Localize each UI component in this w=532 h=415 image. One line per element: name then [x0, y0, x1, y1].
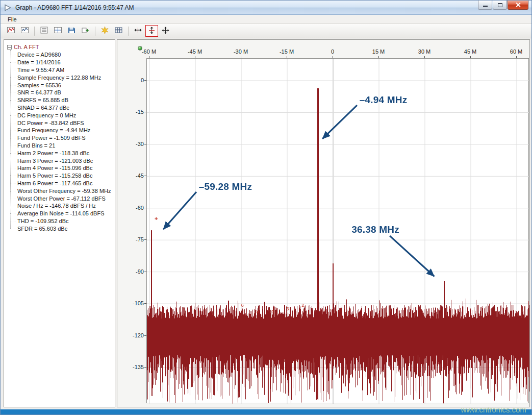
x-axis-label: -45 M	[184, 48, 206, 55]
tree-item[interactable]: DC Frequency = 0 MHz	[10, 111, 113, 119]
y-axis-label: -15	[121, 109, 144, 115]
fft-chart-area[interactable]	[146, 58, 529, 403]
save-icon	[67, 26, 76, 36]
chart-gray-icon	[20, 26, 29, 36]
y-axis-label: -75	[121, 236, 144, 243]
minimize-icon	[483, 6, 488, 7]
tree-item[interactable]: Worst Other Power = -67.112 dBFS	[10, 194, 113, 202]
tree-item-label: SNR = 64.377 dB	[17, 89, 61, 95]
fft-spectrum-canvas[interactable]	[147, 59, 529, 404]
tree-item[interactable]: Fund Bins = 21	[10, 142, 113, 150]
tree-item[interactable]: Device = AD9680	[10, 51, 113, 59]
tree-item[interactable]: SINAD = 64.377 dBc	[10, 104, 113, 112]
tree-item[interactable]: Average Bin Noise = -114.05 dBFS	[10, 210, 113, 217]
title-bar[interactable]: Graph - AD9680 FFT 1/14/2016 9:55:47 AM	[1, 1, 531, 15]
time-graph-button[interactable]	[18, 25, 31, 37]
y-axis-label: -120	[121, 332, 144, 339]
chart-red-icon	[7, 26, 15, 36]
pan-y-button[interactable]	[145, 25, 158, 37]
tree-item[interactable]: Fund Frequency = -4.94 MHz	[10, 127, 113, 134]
toolbar	[1, 24, 531, 38]
tree-item[interactable]: SNRFS = 65.885 dB	[10, 96, 113, 104]
tree-item[interactable]: Time = 9:55:47 AM	[10, 66, 113, 74]
minimize-button[interactable]	[478, 1, 492, 10]
app-icon	[4, 4, 12, 12]
content-area: Ch. A FFT Device = AD9680Date = 1/14/201…	[1, 38, 531, 408]
tree-item[interactable]: Harm 2 Power = -118.38 dBc	[10, 149, 113, 157]
tree-item-label: Sample Frequency = 122.88 MHz	[17, 75, 101, 81]
tree-item-label: Fund Bins = 21	[17, 142, 55, 149]
y-axis-label: -135	[121, 364, 144, 371]
fft-results-tree: Ch. A FFT Device = AD9680Date = 1/14/201…	[4, 39, 115, 407]
x-axis-label: -15 M	[275, 48, 298, 55]
tree-item-label: Harm 2 Power = -118.38 dBc	[17, 150, 89, 156]
tree-root-label: Ch. A FFT	[14, 44, 39, 50]
y-axis-label: -45	[121, 173, 144, 179]
annotation-label: –4.94 MHz	[360, 94, 408, 106]
x-axis-label: -60 M	[138, 48, 160, 55]
tree-item-label: Fund Frequency = -4.94 MHz	[17, 127, 90, 133]
annotation-label: –59.28 MHz	[199, 181, 252, 192]
tree-item-label: Harm 6 Power = -117.465 dBc	[17, 180, 92, 186]
fit-axes-button[interactable]	[159, 25, 172, 37]
properties-list-button[interactable]	[38, 25, 50, 37]
tree-item[interactable]: Noise / Hz = -146.78 dBFS / Hz	[10, 202, 113, 210]
maximize-button[interactable]	[493, 1, 507, 10]
list-icon	[40, 26, 48, 36]
tree-item-label: DC Frequency = 0 MHz	[17, 112, 76, 118]
y-axis-label: -90	[121, 268, 144, 275]
tree-item[interactable]: SNR = 64.377 dB	[10, 89, 113, 96]
export-button[interactable]	[79, 25, 92, 37]
tree-item[interactable]: SFDR = 65.603 dBc	[10, 225, 113, 232]
tree-item[interactable]: Harm 6 Power = -117.465 dBc	[10, 180, 113, 187]
maximize-icon	[498, 3, 502, 7]
menu-bar: File	[1, 15, 531, 24]
fft-graph-button[interactable]	[5, 25, 17, 37]
window-title: Graph - AD9680 FFT 1/14/2016 9:55:47 AM	[15, 4, 134, 11]
tree-item[interactable]: Harm 5 Power = -115.258 dBc	[10, 172, 113, 180]
close-button[interactable]	[508, 1, 528, 10]
annotation-label: 36.38 MHz	[351, 224, 399, 235]
save-button[interactable]	[65, 25, 78, 37]
tree-item[interactable]: Sample Frequency = 122.88 MHz	[10, 74, 113, 81]
x-axis-label: 30 M	[413, 48, 436, 55]
cursor-icon	[54, 26, 62, 36]
tree-item-label: Device = AD9680	[17, 52, 61, 58]
y-axis-label: -30	[121, 141, 144, 148]
menu-file[interactable]: File	[5, 16, 19, 23]
export-icon	[81, 26, 90, 36]
tree-item-label: Date = 1/14/2016	[17, 59, 61, 65]
x-axis-label: -30 M	[230, 48, 252, 55]
tree-root[interactable]: Ch. A FFT	[6, 43, 113, 51]
grid-icon	[114, 26, 123, 36]
tree-item-label: SFDR = 65.603 dBc	[17, 226, 67, 232]
tree-item-label: Harm 5 Power = -115.258 dBc	[17, 173, 92, 179]
tree-item-label: Samples = 65536	[17, 82, 61, 88]
tree-item[interactable]: THD = -109.952 dBc	[10, 217, 113, 225]
autoscale-button[interactable]	[98, 25, 111, 37]
x-axis-label: 45 M	[459, 48, 482, 55]
tree-item[interactable]: Harm 3 Power = -121.003 dBc	[10, 157, 113, 164]
axis-both-icon	[161, 26, 170, 36]
tree-item-label: Noise / Hz = -146.78 dBFS / Hz	[17, 203, 96, 209]
axis-v-icon	[147, 26, 156, 36]
tree-item[interactable]: Samples = 65536	[10, 81, 113, 89]
tree-item[interactable]: Worst Other Frequency = -59.38 MHz	[10, 187, 113, 194]
tree-item-label: SINAD = 64.377 dBc	[17, 105, 69, 111]
pan-x-button[interactable]	[132, 25, 144, 37]
tree-item[interactable]: DC Power = -83.842 dBFS	[10, 119, 113, 127]
toolbar-separator	[128, 27, 129, 36]
axis-h-icon	[134, 26, 142, 36]
cursor-button[interactable]	[52, 25, 64, 37]
collapse-icon[interactable]	[7, 45, 12, 50]
tree-item[interactable]: Fund Power = -1.509 dBFS	[10, 134, 113, 142]
tree-item-label: Harm 3 Power = -121.003 dBc	[17, 158, 93, 164]
tree-item[interactable]: Harm 4 Power = -115.096 dBc	[10, 164, 113, 172]
x-axis-label: 0	[321, 48, 344, 55]
tree-item-label: THD = -109.952 dBc	[17, 218, 69, 224]
footer-bar	[1, 409, 531, 414]
tree-item-label: Time = 9:55:47 AM	[17, 67, 64, 73]
x-axis-label: 60 M	[505, 48, 527, 55]
grid-button[interactable]	[112, 25, 125, 37]
tree-item[interactable]: Date = 1/14/2016	[10, 59, 113, 66]
